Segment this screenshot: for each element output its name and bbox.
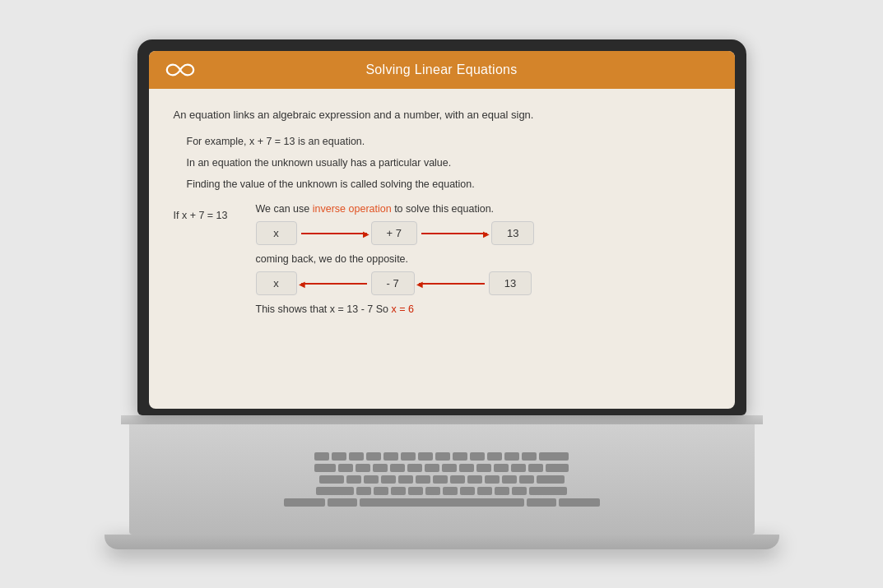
key-row-2 — [314, 464, 569, 472]
key — [349, 452, 364, 461]
bullet-1: For example, x + 7 = 13 is an equation. — [187, 134, 710, 150]
laptop-bottom — [105, 535, 779, 549]
key — [511, 464, 526, 472]
shows-prefix: This shows that x = 13 - 7 So — [256, 303, 392, 315]
key — [453, 452, 467, 461]
inverse-suffix: to solve this equation. — [392, 203, 494, 215]
bullet-2: In an equation the unknown usually has a… — [187, 155, 710, 171]
intro-paragraph: An equation links an algebraic expressio… — [174, 107, 710, 123]
bullet-list: For example, x + 7 = 13 is an equation. … — [174, 134, 710, 192]
equation-section: If x + 7 = 13 We can use inverse operati… — [174, 203, 710, 315]
fwd-box-plus7: + 7 — [371, 221, 417, 245]
forward-arrow-1 — [297, 225, 371, 242]
equation-diagrams: We can use inverse operation to solve th… — [256, 203, 710, 315]
screen-bezel: Solving Linear Equations An equation lin… — [149, 51, 735, 410]
page-title: Solving Linear Equations — [365, 63, 517, 77]
key — [527, 498, 556, 507]
inverse-label: We can use inverse operation to solve th… — [256, 203, 710, 215]
key — [476, 464, 491, 472]
key — [494, 464, 509, 472]
inverse-prefix: We can use — [256, 203, 313, 215]
key — [502, 475, 517, 484]
key — [416, 475, 430, 484]
key — [504, 452, 519, 461]
laptop-hinge — [121, 415, 763, 424]
inverse-link: inverse operation — [313, 203, 392, 215]
key — [425, 487, 440, 495]
forward-arrow-2 — [417, 225, 491, 242]
key — [314, 464, 336, 472]
key — [373, 464, 388, 472]
key — [559, 498, 600, 507]
key — [407, 464, 422, 472]
key — [332, 452, 346, 461]
key — [459, 464, 474, 472]
key — [443, 487, 458, 495]
bwd-box-13: 13 — [489, 271, 532, 295]
bwd-box-x: x — [256, 271, 297, 295]
key — [539, 452, 569, 461]
shows-result: x = 6 — [392, 303, 414, 315]
key — [487, 452, 502, 461]
fwd-box-x: x — [256, 221, 297, 245]
key — [316, 487, 354, 495]
key-row-4 — [316, 487, 567, 495]
laptop-mockup: Solving Linear Equations An equation lin… — [105, 39, 779, 549]
key-row-1 — [314, 452, 569, 461]
key — [442, 464, 457, 472]
key — [537, 475, 565, 484]
coming-back-label: coming back, we do the opposite. — [256, 253, 710, 265]
key — [460, 487, 475, 495]
key — [512, 487, 527, 495]
if-statement: If x + 7 = 13 — [174, 203, 239, 221]
key — [477, 487, 492, 495]
key — [366, 452, 381, 461]
key — [425, 464, 439, 472]
key — [495, 487, 509, 495]
key-row-5 — [284, 498, 600, 507]
key — [519, 475, 534, 484]
key — [381, 475, 396, 484]
key — [374, 487, 388, 495]
key — [528, 464, 543, 472]
key — [546, 464, 569, 472]
key — [314, 452, 329, 461]
key — [485, 475, 500, 484]
key — [390, 464, 405, 472]
fwd-box-13: 13 — [491, 221, 534, 245]
keyboard-area — [129, 424, 755, 535]
key — [433, 475, 448, 484]
laptop-screen: Solving Linear Equations An equation lin… — [137, 39, 746, 416]
key — [383, 452, 398, 461]
key — [401, 452, 416, 461]
key — [356, 464, 370, 472]
spacebar-key — [360, 498, 524, 507]
key — [346, 475, 361, 484]
key — [356, 487, 371, 495]
key — [450, 475, 465, 484]
bullet-3: Finding the value of the unknown is call… — [187, 177, 710, 192]
key-row-3 — [319, 475, 565, 484]
key — [408, 487, 423, 495]
key — [391, 487, 406, 495]
key — [418, 452, 433, 461]
key — [364, 475, 379, 484]
key — [529, 487, 567, 495]
infinity-logo — [165, 61, 195, 79]
key — [470, 452, 485, 461]
key — [435, 452, 450, 461]
screen-content: Solving Linear Equations An equation lin… — [149, 51, 735, 410]
key — [284, 498, 325, 507]
screen-header: Solving Linear Equations — [149, 51, 735, 89]
key — [398, 475, 413, 484]
key — [328, 498, 357, 507]
backward-arrow-1 — [297, 275, 371, 292]
shows-line: This shows that x = 13 - 7 So x = 6 — [256, 303, 710, 315]
key — [338, 464, 353, 472]
backward-arrow-2 — [415, 275, 489, 292]
key — [522, 452, 537, 461]
key — [467, 475, 482, 484]
bwd-box-minus7: - 7 — [371, 271, 415, 295]
key — [319, 475, 344, 484]
lesson-body: An equation links an algebraic expressio… — [149, 89, 735, 410]
